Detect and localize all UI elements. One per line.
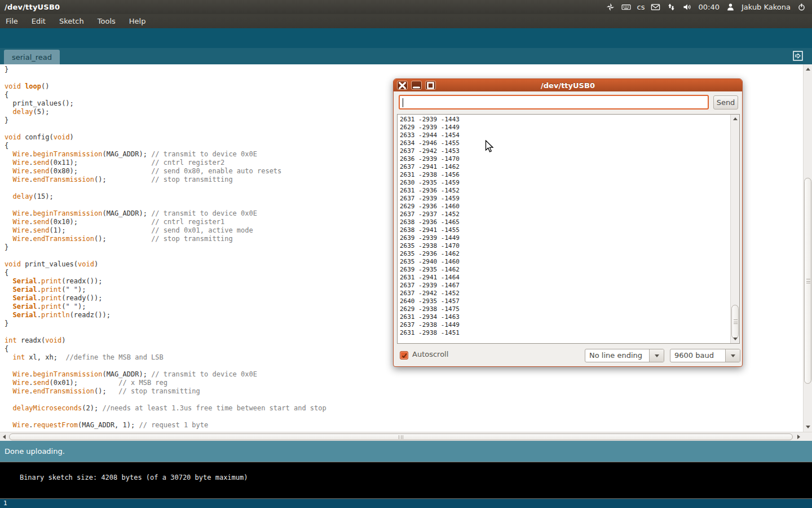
serial-line: 2633 -2944 -1454	[400, 132, 727, 139]
ide-toolbar	[0, 28, 812, 48]
serial-output-text: 2631 -2939 -14432629 -2939 -14492633 -29…	[400, 116, 727, 337]
serial-output-area[interactable]: 2631 -2939 -14432629 -2939 -14492633 -29…	[397, 114, 740, 344]
serial-send-input[interactable]	[399, 95, 709, 110]
editor-vertical-scrollbar[interactable]	[803, 64, 812, 432]
console-text: Binary sketch size: 4208 bytes (of a 307…	[20, 474, 248, 481]
scroll-right-arrow[interactable]	[797, 435, 800, 439]
serial-scroll-thumb[interactable]	[731, 305, 739, 339]
code-line: Wire.requestFrom(MAG_ADDR, 1); // reques…	[5, 421, 803, 430]
minimize-icon	[412, 81, 421, 90]
menu-help[interactable]: Help	[129, 17, 146, 25]
serial-line: 2637 -2939 -1459	[400, 195, 727, 203]
maximize-button[interactable]	[425, 81, 436, 90]
serial-line: 2629 -2936 -1460	[400, 203, 727, 211]
window-title: /dev/ttyUSB0	[0, 3, 60, 11]
autoscroll-label: Autoscroll	[412, 350, 448, 358]
editor-horizontal-scrollbar[interactable]	[0, 432, 812, 441]
serial-line: 2638 -2936 -1465	[400, 218, 727, 226]
menu-file[interactable]: File	[6, 17, 18, 25]
serial-monitor-window: /dev/ttyUSB0 Send 2631 -2939 -14432629 -…	[393, 78, 743, 367]
baud-rate-value: 9600 baud	[674, 351, 714, 360]
tab-menu-button[interactable]	[792, 50, 804, 62]
tab-label: serial_read	[12, 53, 52, 62]
send-button[interactable]: Send	[713, 95, 738, 110]
chevron-down-icon	[655, 354, 659, 357]
code-line: delayMicroseconds(2); //needs at least 1…	[5, 404, 803, 413]
serial-line: 2638 -2941 -1455	[400, 226, 727, 234]
updown-arrows-icon[interactable]	[667, 2, 676, 12]
maximize-icon	[426, 81, 435, 90]
keyboard-icon[interactable]	[621, 2, 631, 12]
serial-line: 2639 -2939 -1449	[400, 234, 727, 242]
serial-line: 2635 -2938 -1470	[400, 242, 727, 250]
serial-line: 2631 -2936 -1452	[400, 187, 727, 195]
line-ending-dropdown-button[interactable]	[649, 349, 664, 362]
user-icon[interactable]	[726, 2, 735, 12]
mail-icon[interactable]	[651, 2, 660, 12]
serial-line: 2636 -2939 -1470	[400, 155, 727, 163]
scroll-down-arrow[interactable]	[806, 426, 810, 428]
scroll-left-arrow[interactable]	[3, 435, 6, 439]
serial-line: 2634 -2946 -1455	[400, 139, 727, 147]
scroll-up-arrow[interactable]	[806, 68, 810, 71]
code-line: }	[5, 65, 803, 74]
serial-line: 2631 -2934 -1463	[400, 313, 727, 321]
power-icon[interactable]	[797, 2, 806, 12]
menu-bar: FileEditSketchToolsHelp	[0, 14, 812, 28]
baud-rate-select[interactable]: 9600 baud	[670, 349, 740, 362]
serial-scrollbar[interactable]	[730, 115, 739, 343]
serial-line: 2631 -2941 -1464	[400, 274, 727, 282]
line-number: 1	[3, 500, 7, 507]
menu-edit[interactable]: Edit	[32, 17, 46, 25]
serial-line: 2631 -2939 -1443	[400, 116, 727, 124]
tab-menu-icon	[792, 50, 804, 62]
chevron-down-icon	[731, 354, 735, 357]
serial-line: 2637 -2941 -1462	[400, 163, 727, 171]
serial-line: 2637 -2942 -1452	[400, 290, 727, 297]
editor-hscroll-thumb[interactable]	[9, 433, 793, 440]
line-number-bar: 1	[0, 499, 812, 508]
menu-sketch[interactable]: Sketch	[59, 17, 84, 25]
serial-line: 2639 -2935 -1462	[400, 266, 727, 274]
serial-line: 2631 -2938 -1456	[400, 171, 727, 179]
code-line: Wire.endTransmission(); // stop transmit…	[5, 387, 803, 396]
minimize-button[interactable]	[411, 81, 422, 90]
serial-line: 2640 -2935 -1457	[400, 297, 727, 305]
close-icon	[398, 81, 407, 90]
tray-label: 00:40	[698, 3, 719, 11]
serial-line: 2637 -2938 -1449	[400, 321, 727, 329]
serial-line: 2629 -2939 -1449	[400, 124, 727, 132]
status-bar: Done uploading.	[0, 441, 812, 462]
volume-icon[interactable]	[682, 2, 692, 12]
tab-bar: serial_read	[0, 48, 812, 64]
window-titlebar: /dev/ttyUSB0 cs00:40Jakub Kakona	[0, 0, 812, 14]
serial-line: 2635 -2940 -1460	[400, 258, 727, 266]
serial-line: 2631 -2938 -1451	[400, 329, 727, 337]
send-button-label: Send	[717, 98, 735, 107]
menu-tools[interactable]: Tools	[98, 17, 116, 25]
serial-scroll-up-arrow[interactable]	[733, 117, 738, 120]
line-ending-select[interactable]: No line ending	[585, 349, 664, 362]
autoscroll-checkbox[interactable]	[400, 351, 408, 360]
close-button[interactable]	[397, 81, 408, 90]
serial-options-row: Autoscroll No line ending 9600 baud	[394, 344, 742, 367]
serial-line: 2637 -2937 -1452	[400, 211, 727, 218]
status-message: Done uploading.	[5, 447, 65, 456]
code-line	[5, 396, 803, 404]
serial-window-titlebar[interactable]: /dev/ttyUSB0	[394, 79, 742, 91]
code-line: Wire.send(0x01); // x MSB reg	[5, 379, 803, 387]
line-ending-value: No line ending	[589, 351, 642, 360]
serial-line: 2630 -2935 -1459	[400, 179, 727, 187]
tab-serial-read[interactable]: serial_read	[4, 50, 60, 64]
editor-vscroll-thumb[interactable]	[804, 178, 811, 384]
serial-line: 2637 -2942 -1453	[400, 147, 727, 155]
serial-scroll-down-arrow[interactable]	[733, 338, 738, 340]
tray-label: cs	[637, 3, 645, 11]
baud-dropdown-button[interactable]	[725, 349, 740, 362]
serial-window-title: /dev/ttyUSB0	[541, 81, 595, 90]
console-output: Binary sketch size: 4208 bytes (of a 307…	[0, 462, 812, 499]
serial-line: 2629 -2938 -1475	[400, 305, 727, 313]
arduino-ide-screen: /dev/ttyUSB0 cs00:40Jakub Kakona FileEdi…	[0, 0, 812, 508]
text-caret	[403, 98, 403, 107]
pinwheel-icon[interactable]	[606, 2, 615, 12]
